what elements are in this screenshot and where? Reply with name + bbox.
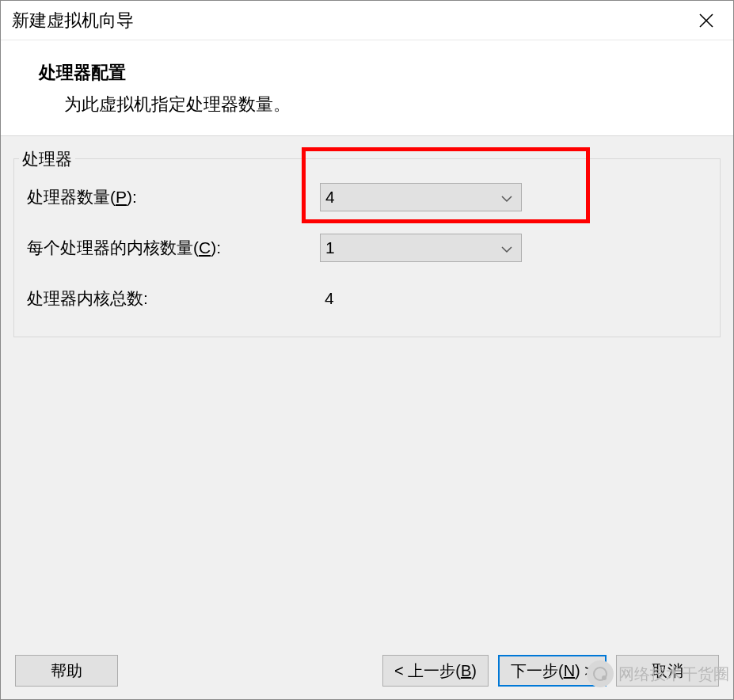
header-area: 处理器配置 为此虚拟机指定处理器数量。 (1, 40, 733, 135)
processor-group: 处理器 处理器数量(P): 4 每个处理器的内核数量(C): 1 (13, 158, 721, 337)
cancel-button[interactable]: 取消 (616, 655, 719, 687)
chevron-down-icon (500, 188, 513, 207)
combo-cores-value: 1 (325, 238, 335, 257)
page-title: 处理器配置 (39, 61, 695, 85)
next-button[interactable]: 下一步(N) > (498, 655, 607, 687)
close-icon (698, 13, 714, 29)
group-label: 处理器 (19, 148, 75, 170)
label-total-cores: 处理器内核总数: (27, 287, 320, 310)
wizard-window: 新建虚拟机向导 处理器配置 为此虚拟机指定处理器数量。 处理器 处理器数量(P)… (0, 0, 734, 700)
combo-processor-count[interactable]: 4 (320, 183, 522, 211)
chevron-down-icon (500, 238, 513, 257)
back-button[interactable]: < 上一步(B) (382, 655, 489, 687)
content-area: 处理器 处理器数量(P): 4 每个处理器的内核数量(C): 1 (1, 135, 733, 642)
combo-cores-per-processor[interactable]: 1 (320, 234, 522, 262)
footer: 帮助 < 上一步(B) 下一步(N) > 取消 (1, 642, 733, 699)
value-total-cores: 4 (320, 289, 334, 308)
label-cores-per-processor: 每个处理器的内核数量(C): (27, 237, 320, 259)
help-button[interactable]: 帮助 (15, 655, 118, 687)
label-processor-count: 处理器数量(P): (27, 186, 320, 208)
row-cores-per-processor: 每个处理器的内核数量(C): 1 (27, 234, 707, 262)
titlebar: 新建虚拟机向导 (1, 1, 733, 40)
page-subtitle: 为此虚拟机指定处理器数量。 (39, 93, 695, 116)
row-processor-count: 处理器数量(P): 4 (27, 183, 707, 211)
row-total-cores: 处理器内核总数: 4 (27, 284, 707, 313)
combo-processor-count-value: 4 (325, 188, 335, 207)
close-button[interactable] (689, 3, 724, 38)
window-title: 新建虚拟机向导 (12, 9, 134, 32)
